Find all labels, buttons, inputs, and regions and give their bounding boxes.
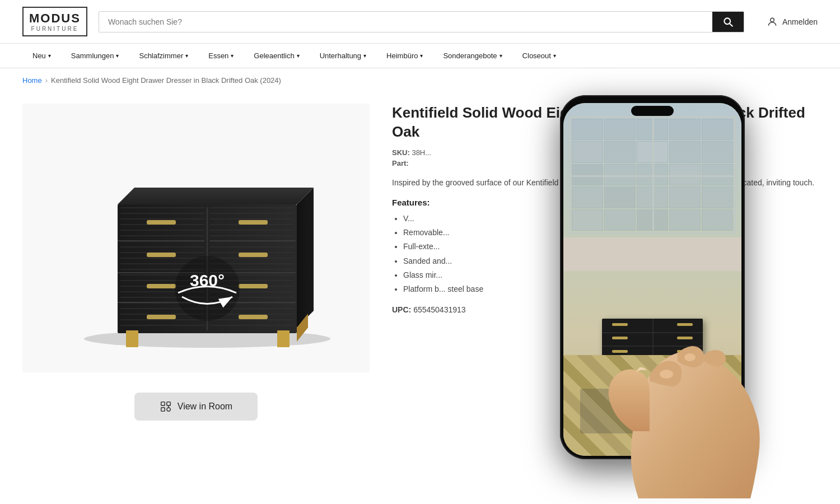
- view-in-room-label: View in Room: [178, 402, 232, 412]
- list-item: V...: [403, 212, 818, 226]
- upc-line: UPC: 655450431913: [392, 305, 818, 314]
- features-title: Features:: [392, 198, 818, 207]
- chevron-down-icon: ▾: [363, 53, 366, 59]
- nav-item-heimbuero[interactable]: Heimbüro ▾: [376, 44, 433, 68]
- nav-item-sonderangebote[interactable]: Sonderangebote ▾: [433, 44, 512, 68]
- list-item: Full-exte...: [403, 240, 818, 254]
- list-item: Sanded and...: [403, 254, 818, 268]
- chevron-down-icon: ▾: [116, 53, 119, 59]
- product-image-area: 360° View: [22, 92, 370, 432]
- svg-rect-37: [210, 246, 294, 248]
- svg-rect-28: [120, 319, 204, 320]
- logo-text-top: MODUS: [29, 11, 81, 26]
- svg-marker-5: [118, 188, 314, 204]
- svg-rect-62: [239, 220, 268, 225]
- nav-label-geleaentlich: Geleaentlich: [254, 52, 294, 60]
- svg-rect-58: [147, 220, 176, 225]
- nav-item-neu[interactable]: Neu ▾: [22, 44, 61, 68]
- svg-rect-17: [120, 258, 204, 259]
- product-sku: SKU: 38H...: [392, 148, 818, 157]
- upc-label: UPC:: [392, 305, 411, 314]
- ar-icon: [160, 400, 172, 413]
- nav-item-closeout[interactable]: Closeout ▾: [512, 44, 566, 68]
- chevron-down-icon: ▾: [231, 53, 234, 59]
- search-input[interactable]: [99, 12, 712, 32]
- search-icon: [722, 16, 734, 27]
- svg-rect-63: [239, 253, 268, 257]
- sku-value: 38H...: [412, 148, 431, 157]
- nav-label-sammlungen: Sammlungen: [71, 52, 114, 60]
- svg-rect-13: [120, 235, 204, 236]
- nav-item-essen[interactable]: Essen ▾: [198, 44, 244, 68]
- svg-line-1: [730, 23, 732, 26]
- svg-point-2: [771, 18, 774, 22]
- nav-item-geleaentlich[interactable]: Geleaentlich ▾: [244, 44, 309, 68]
- nav-label-closeout: Closeout: [522, 52, 551, 60]
- nav-label-heimbuero: Heimbüro: [386, 52, 418, 60]
- svg-rect-30: [210, 207, 294, 208]
- login-label: Anmelden: [782, 17, 818, 26]
- login-area[interactable]: Anmelden: [767, 16, 818, 27]
- chevron-down-icon: ▾: [297, 53, 300, 59]
- breadcrumb: Home › Kentifield Solid Wood Eight Drawe…: [0, 68, 840, 92]
- part-label: Part:: [392, 159, 409, 167]
- svg-rect-12: [120, 230, 204, 231]
- product-description: Inspired by the grooved surface of our K…: [392, 176, 818, 189]
- svg-rect-29: [120, 325, 204, 326]
- nav-item-schlafzimmer[interactable]: Schlafzimmer ▾: [129, 44, 198, 68]
- svg-rect-31: [210, 213, 294, 214]
- breadcrumb-separator: ›: [45, 76, 48, 85]
- svg-rect-35: [210, 235, 294, 236]
- main-content: 360° View: [0, 92, 840, 432]
- svg-rect-10: [120, 218, 204, 220]
- svg-rect-32: [210, 218, 294, 220]
- svg-rect-60: [147, 284, 176, 288]
- list-item: Platform b... steel base: [403, 282, 818, 296]
- user-icon: [767, 16, 778, 27]
- product-3d-view[interactable]: 360°: [22, 104, 370, 372]
- svg-rect-59: [147, 253, 176, 257]
- svg-rect-61: [147, 315, 176, 319]
- nav-label-unterhaltung: Unterhaltung: [320, 52, 361, 60]
- svg-rect-73: [167, 402, 170, 405]
- svg-rect-51: [210, 325, 294, 326]
- svg-point-75: [167, 408, 170, 411]
- product-part: Part:: [392, 159, 818, 167]
- svg-rect-64: [239, 284, 268, 288]
- svg-rect-9: [120, 213, 204, 214]
- main-nav: Neu ▾ Sammlungen ▾ Schlafzimmer ▾ Essen …: [0, 44, 840, 68]
- search-button[interactable]: [712, 12, 744, 32]
- chevron-down-icon: ▾: [185, 53, 188, 59]
- svg-rect-39: [210, 258, 294, 259]
- sku-label: SKU:: [392, 148, 410, 157]
- search-bar: [99, 11, 744, 32]
- header: MODUS FURNITURE Anmelden: [0, 0, 840, 44]
- svg-rect-50: [210, 319, 294, 320]
- svg-rect-8: [120, 207, 204, 208]
- upc-value: 655450431913: [413, 305, 465, 314]
- svg-rect-65: [239, 315, 268, 319]
- svg-rect-34: [210, 230, 294, 231]
- logo[interactable]: MODUS FURNITURE: [22, 7, 87, 36]
- chevron-down-icon: ▾: [48, 53, 51, 59]
- svg-rect-67: [277, 330, 290, 347]
- svg-rect-15: [120, 246, 204, 248]
- svg-point-0: [724, 18, 730, 24]
- chevron-down-icon: ▾: [500, 53, 502, 59]
- product-details: Kentifield Solid Wood Eight Drawer Dress…: [392, 92, 818, 432]
- svg-marker-6: [297, 188, 314, 328]
- dresser-image: 360°: [39, 120, 353, 356]
- nav-item-unterhaltung[interactable]: Unterhaltung ▾: [310, 44, 376, 68]
- nav-label-essen: Essen: [208, 52, 228, 60]
- nav-label-neu: Neu: [32, 52, 46, 60]
- view-in-room-button[interactable]: View in Room: [134, 393, 258, 421]
- nav-label-schlafzimmer: Schlafzimmer: [139, 52, 183, 60]
- svg-rect-74: [161, 408, 165, 411]
- chevron-down-icon: ▾: [553, 53, 556, 59]
- nav-item-sammlungen[interactable]: Sammlungen ▾: [61, 44, 129, 68]
- product-title: Kentifield Solid Wood Eight Drawer Dress…: [392, 104, 818, 142]
- svg-rect-72: [161, 402, 165, 405]
- list-item: Glass mir...: [403, 268, 818, 282]
- chevron-down-icon: ▾: [420, 53, 423, 59]
- breadcrumb-home-link[interactable]: Home: [22, 76, 42, 85]
